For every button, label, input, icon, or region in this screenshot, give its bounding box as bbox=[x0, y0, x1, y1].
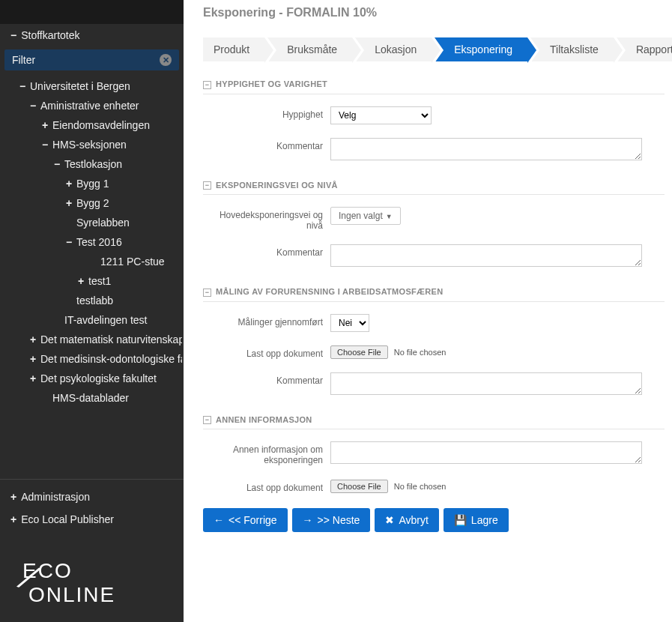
next-button[interactable]: →>> Neste bbox=[292, 508, 371, 532]
nav-item[interactable]: +Eco Local Publisher bbox=[0, 508, 184, 531]
textarea-annen-info[interactable] bbox=[330, 441, 642, 464]
collapse-icon: − bbox=[64, 236, 73, 248]
collapse-icon: − bbox=[18, 80, 27, 92]
label-last-opp-2: Last opp dokument bbox=[203, 480, 330, 493]
tree-item-label: Bygg 2 bbox=[76, 197, 109, 209]
tree-item[interactable]: −HMS-seksjonen bbox=[0, 135, 182, 154]
tree-item[interactable]: +Det medisinsk-odontologiske fakultet bbox=[0, 349, 182, 369]
location-tree[interactable]: −Universitetet i Bergen−Aministrative en… bbox=[0, 73, 184, 479]
section-title: HYPPIGHET OG VARIGHET bbox=[216, 79, 327, 88]
collapse-icon: − bbox=[28, 100, 37, 112]
breadcrumb-tab[interactable]: Eksponering bbox=[435, 37, 527, 61]
nav-item[interactable]: +Administrasjon bbox=[0, 486, 184, 508]
section-title: MÅLING AV FORURENSNING I ARBEIDSATMOSFÆR… bbox=[216, 287, 444, 296]
action-row: ←<< Forrige →>> Neste ✖Avbryt 💾Lagre bbox=[203, 508, 665, 532]
section-title: EKSPONERINGSVEI OG NIVÅ bbox=[216, 181, 338, 190]
tree-item[interactable]: −Aministrative enheter bbox=[0, 96, 182, 115]
file-status-2: No file chosen bbox=[394, 482, 447, 491]
nav-stoffkartotek[interactable]: −Stoffkartotek bbox=[0, 24, 184, 46]
tree-item[interactable]: HMS-datablader bbox=[0, 388, 182, 408]
nav-label: Administrasjon bbox=[21, 491, 90, 503]
nav-label: Eco Local Publisher bbox=[21, 513, 114, 525]
tree-item[interactable]: +Det matematisk naturvitenskapelige fak bbox=[0, 330, 182, 349]
page-title: Eksponering - FORMALIN 10% bbox=[203, 6, 665, 19]
expand-icon: + bbox=[64, 178, 73, 190]
breadcrumb-tab[interactable]: Bruksmåte bbox=[267, 37, 352, 61]
tree-item-label: Bygg 1 bbox=[76, 178, 109, 190]
expand-icon: + bbox=[28, 333, 37, 345]
tree-item[interactable]: +Bygg 1 bbox=[0, 174, 182, 193]
breadcrumb-tab[interactable]: Lokasjon bbox=[355, 37, 432, 61]
tree-item-label: Det medisinsk-odontologiske fakultet bbox=[40, 353, 182, 365]
textarea-kommentar-1[interactable] bbox=[330, 138, 642, 160]
collapse-box-icon[interactable]: − bbox=[203, 289, 211, 297]
logo-line1: ECO bbox=[22, 559, 169, 583]
tree-item-label: IT-avdelingen test bbox=[64, 314, 148, 326]
label-malinger: Målinger gjennomført bbox=[203, 314, 330, 327]
section-title: ANNEN INFORMASJON bbox=[216, 415, 312, 424]
expand-icon: + bbox=[10, 491, 16, 503]
save-icon: 💾 bbox=[454, 514, 467, 526]
tree-item[interactable]: Syrelabben bbox=[0, 213, 182, 232]
choose-file-button-2[interactable]: Choose File bbox=[330, 480, 388, 493]
tree-item[interactable]: +Bygg 2 bbox=[0, 193, 182, 213]
sidebar-bottom: +Administrasjon+Eco Local Publisher bbox=[0, 479, 184, 537]
close-icon: ✖ bbox=[385, 514, 394, 526]
choose-file-button-1[interactable]: Choose File bbox=[330, 345, 388, 359]
collapse-box-icon[interactable]: − bbox=[203, 416, 211, 424]
expand-icon: + bbox=[28, 353, 37, 365]
section-eksponeringsvei[interactable]: −EKSPONERINGSVEI OG NIVÅ bbox=[203, 176, 665, 196]
eco-online-logo: ∕ ECO ONLINE bbox=[0, 537, 184, 622]
arrow-right-icon: → bbox=[303, 514, 313, 526]
section-annen[interactable]: −ANNEN INFORMASJON bbox=[203, 411, 665, 430]
expand-icon: + bbox=[10, 513, 16, 525]
textarea-kommentar-2[interactable] bbox=[330, 244, 642, 267]
breadcrumb-tab[interactable]: Rapport bbox=[617, 37, 672, 61]
expand-icon: + bbox=[76, 275, 85, 287]
select-hyppighet[interactable]: Velg bbox=[330, 106, 432, 124]
collapse-icon: − bbox=[40, 139, 49, 151]
tree-item-label: Syrelabben bbox=[76, 217, 130, 229]
textarea-kommentar-3[interactable] bbox=[330, 372, 642, 395]
main-content: Eksponering - FORMALIN 10% ProduktBruksm… bbox=[184, 0, 672, 622]
breadcrumb-tab[interactable]: Produkt bbox=[203, 37, 264, 61]
label-hyppighet: Hyppighet bbox=[203, 106, 330, 120]
clear-filter-icon[interactable]: ✕ bbox=[160, 54, 172, 66]
select-malinger[interactable]: Nei bbox=[330, 314, 369, 332]
arrow-left-icon: ← bbox=[214, 514, 224, 526]
tree-item[interactable]: −Universitetet i Bergen bbox=[0, 76, 182, 96]
label-kommentar-1: Kommentar bbox=[203, 138, 330, 151]
tree-item-label: test1 bbox=[88, 275, 111, 287]
tree-item[interactable]: +Eiendomsavdelingen bbox=[0, 115, 182, 135]
tree-item[interactable]: −Test 2016 bbox=[0, 232, 182, 252]
tree-item[interactable]: −Testlokasjon bbox=[0, 154, 182, 174]
nav-label: Stoffkartotek bbox=[21, 29, 79, 41]
filter-input-row[interactable]: Filter ✕ bbox=[4, 49, 179, 70]
expand-icon: + bbox=[28, 372, 37, 384]
tree-item-label: HMS-datablader bbox=[52, 392, 129, 404]
collapse-icon: − bbox=[10, 29, 16, 41]
expand-icon: + bbox=[40, 119, 49, 131]
breadcrumb-tab[interactable]: Tiltaksliste bbox=[530, 37, 614, 61]
tree-item[interactable]: 1211 PC-stue bbox=[0, 252, 182, 271]
collapse-box-icon[interactable]: − bbox=[203, 81, 211, 89]
dropdown-hovedeksponering[interactable]: Ingen valgt▼ bbox=[330, 207, 401, 225]
tree-item-label: Testlokasjon bbox=[64, 158, 122, 170]
section-maling[interactable]: −MÅLING AV FORURENSNING I ARBEIDSATMOSFÆ… bbox=[203, 283, 665, 302]
collapse-box-icon[interactable]: − bbox=[203, 181, 211, 190]
expand-icon: + bbox=[64, 197, 73, 209]
tree-item[interactable]: +test1 bbox=[0, 271, 182, 291]
tree-item-label: Aministrative enheter bbox=[40, 100, 139, 112]
tree-item[interactable]: testlabb bbox=[0, 291, 182, 310]
save-button[interactable]: 💾Lagre bbox=[444, 508, 509, 532]
filter-label: Filter bbox=[12, 54, 35, 66]
prev-button[interactable]: ←<< Forrige bbox=[203, 508, 288, 532]
breadcrumb: ProduktBruksmåteLokasjonEksponeringTilta… bbox=[203, 37, 665, 61]
cancel-button[interactable]: ✖Avbryt bbox=[375, 508, 438, 532]
section-hyppighet[interactable]: −HYPPIGHET OG VARIGHET bbox=[203, 75, 665, 94]
tree-item-label: testlabb bbox=[76, 295, 113, 307]
tree-item[interactable]: +Det psykologiske fakultet bbox=[0, 369, 182, 388]
label-kommentar-3: Kommentar bbox=[203, 372, 330, 386]
tree-item[interactable]: IT-avdelingen test bbox=[0, 310, 182, 330]
caret-down-icon: ▼ bbox=[386, 213, 393, 220]
